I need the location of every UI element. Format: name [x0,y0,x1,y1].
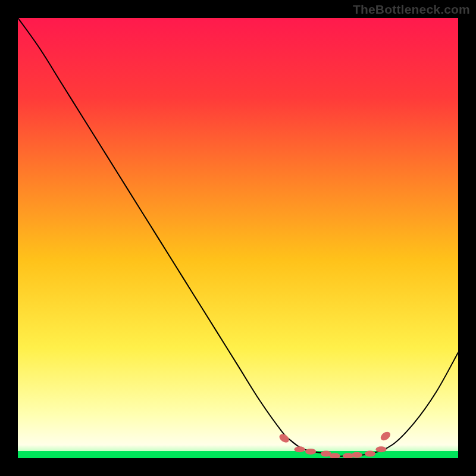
curve-marker [305,449,316,455]
attribution-label: TheBottleneck.com [353,2,470,17]
curve-marker [376,446,387,452]
chart-stage: TheBottleneck.com [0,0,476,476]
gradient-background [18,18,458,458]
plot-area [18,18,458,458]
plot-svg [18,18,458,458]
bottom-green-band [18,451,458,458]
curve-marker [295,446,305,452]
curve-marker [365,451,375,457]
curve-marker [352,452,362,458]
